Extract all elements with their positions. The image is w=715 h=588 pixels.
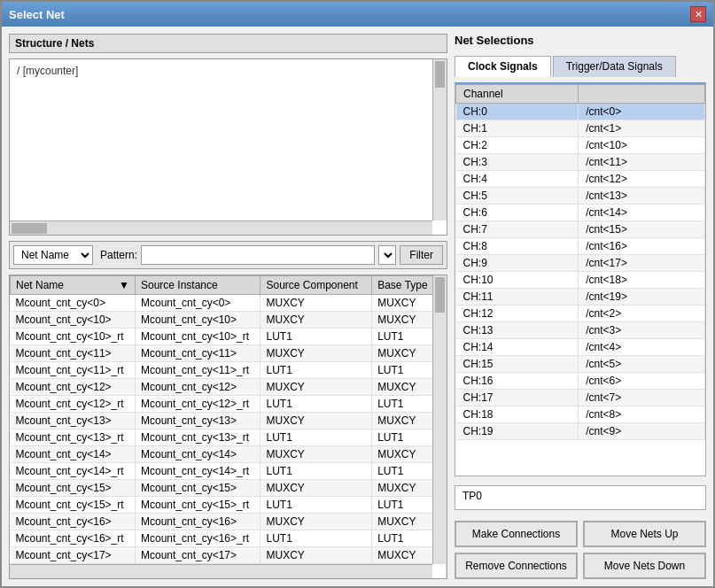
tree-item-mycounter[interactable]: / [mycounter] bbox=[13, 63, 443, 79]
table-row[interactable]: Mcount_cnt_cy<17>Mcount_cnt_cy<17>MUXCYM… bbox=[11, 547, 447, 564]
table-cell: LUT1 bbox=[260, 530, 372, 547]
channel-id: CH:18 bbox=[456, 406, 579, 423]
channel-row[interactable]: CH:15/cnt<5> bbox=[456, 356, 705, 373]
channel-row[interactable]: CH:16/cnt<6> bbox=[456, 373, 705, 390]
channel-id: CH:6 bbox=[456, 205, 579, 221]
table-cell: MUXCY bbox=[260, 480, 372, 497]
table-row[interactable]: Mcount_cnt_cy<12>_rtMcount_cnt_cy<12>_rt… bbox=[11, 396, 447, 413]
channel-row[interactable]: CH:6/cnt<14> bbox=[456, 205, 705, 221]
tp-label: TP0 bbox=[462, 490, 482, 502]
make-connections-button[interactable]: Make Connections bbox=[455, 521, 578, 547]
table-row[interactable]: Mcount_cnt_cy<15>Mcount_cnt_cy<15>MUXCYM… bbox=[11, 480, 447, 497]
table-cell: Mcount_cnt_cy<11>_rt bbox=[11, 362, 136, 379]
scroll-thumb[interactable] bbox=[435, 61, 445, 88]
table-cell: LUT1 bbox=[260, 362, 372, 379]
table-cell: Mcount_cnt_cy<14>_rt bbox=[11, 463, 136, 480]
vertical-scrollbar[interactable] bbox=[432, 59, 447, 220]
pattern-type-dropdown[interactable] bbox=[378, 245, 396, 265]
channel-row[interactable]: CH:19/cnt<9> bbox=[456, 423, 705, 440]
table-row[interactable]: Mcount_cnt_cy<10>_rtMcount_cnt_cy<10>_rt… bbox=[11, 329, 447, 345]
channel-signal: /cnt<17> bbox=[579, 255, 705, 272]
channel-id: CH:11 bbox=[456, 289, 579, 306]
table-cell: LUT1 bbox=[260, 396, 372, 413]
table-row[interactable]: Mcount_cnt_cy<14>Mcount_cnt_cy<14>MUXCYM… bbox=[11, 446, 447, 463]
table-cell: Mcount_cnt_cy<16> bbox=[135, 514, 260, 530]
channel-id: CH:16 bbox=[456, 373, 579, 390]
table-cell: Mcount_cnt_cy<16>_rt bbox=[135, 530, 260, 547]
col-header-source-component: Source Component bbox=[260, 276, 372, 295]
channel-row[interactable]: CH:5/cnt<13> bbox=[456, 188, 705, 205]
close-button[interactable]: ✕ bbox=[690, 6, 706, 22]
tab-clock-signals[interactable]: Clock Signals bbox=[455, 56, 551, 77]
channel-row[interactable]: CH:11/cnt<19> bbox=[456, 289, 705, 306]
table-cell: Mcount_cnt_cy<0> bbox=[135, 295, 260, 312]
filter-row: Net Name Pattern: Filter bbox=[9, 241, 447, 269]
channel-row[interactable]: CH:13/cnt<3> bbox=[456, 322, 705, 339]
col-header-net-name: Net Name ▼ bbox=[11, 276, 136, 295]
move-nets-down-button[interactable]: Move Nets Down bbox=[583, 553, 706, 579]
channel-row[interactable]: CH:10/cnt<18> bbox=[456, 272, 705, 289]
channel-table-wrap[interactable]: Channel CH:0/cnt<0>CH:1/cnt<1>CH:2/cnt<1… bbox=[455, 82, 706, 476]
channel-signal: /cnt<0> bbox=[579, 104, 705, 120]
table-cell: MUXCY bbox=[260, 547, 372, 564]
table-row[interactable]: Mcount_cnt_cy<13>_rtMcount_cnt_cy<13>_rt… bbox=[11, 429, 447, 446]
table-row[interactable]: Mcount_cnt_cy<11>_rtMcount_cnt_cy<11>_rt… bbox=[11, 362, 447, 379]
table-cell: Mcount_cnt_cy<11>_rt bbox=[135, 362, 260, 379]
channel-id: CH:15 bbox=[456, 356, 579, 373]
channel-row[interactable]: CH:18/cnt<8> bbox=[456, 406, 705, 423]
filter-button[interactable]: Filter bbox=[400, 245, 443, 265]
table-cell: Mcount_cnt_cy<14> bbox=[135, 446, 260, 463]
channel-signal: /cnt<8> bbox=[579, 406, 705, 423]
table-cell: Mcount_cnt_cy<10>_rt bbox=[11, 329, 136, 345]
table-cell: Mcount_cnt_cy<15> bbox=[11, 480, 136, 497]
channel-row[interactable]: CH:17/cnt<7> bbox=[456, 390, 705, 406]
h-scroll-thumb[interactable] bbox=[12, 223, 47, 234]
channel-row[interactable]: CH:1/cnt<1> bbox=[456, 120, 705, 137]
channel-id: CH:17 bbox=[456, 390, 579, 406]
table-row[interactable]: Mcount_cnt_cy<14>_rtMcount_cnt_cy<14>_rt… bbox=[11, 463, 447, 480]
table-cell: Mcount_cnt_cy<13> bbox=[135, 413, 260, 429]
pattern-input[interactable] bbox=[141, 245, 375, 265]
table-cell: Mcount_cnt_cy<13> bbox=[11, 413, 136, 429]
channel-row[interactable]: CH:7/cnt<15> bbox=[456, 221, 705, 238]
table-row[interactable]: Mcount_cnt_cy<0>Mcount_cnt_cy<0>MUXCYMUX… bbox=[11, 295, 447, 312]
structure-tree[interactable]: / [mycounter] bbox=[9, 58, 447, 236]
signal-tabs: Clock Signals Trigger/Data Signals bbox=[455, 56, 706, 77]
net-table[interactable]: Net Name ▼ Source Instance Source Compon… bbox=[9, 275, 447, 579]
channel-signal: /cnt<2> bbox=[579, 306, 705, 322]
table-scroll-thumb[interactable] bbox=[435, 277, 445, 313]
table-row[interactable]: Mcount_cnt_cy<11>Mcount_cnt_cy<11>MUXCYM… bbox=[11, 345, 447, 362]
remove-connections-button[interactable]: Remove Connections bbox=[455, 553, 578, 579]
channel-row[interactable]: CH:8/cnt<16> bbox=[456, 238, 705, 255]
horizontal-scrollbar[interactable] bbox=[10, 220, 432, 235]
table-cell: Mcount_cnt_cy<13>_rt bbox=[135, 429, 260, 446]
channel-row[interactable]: CH:14/cnt<4> bbox=[456, 339, 705, 356]
channel-row[interactable]: CH:0/cnt<0> bbox=[456, 104, 705, 120]
table-row[interactable]: Mcount_cnt_cy<12>Mcount_cnt_cy<12>MUXCYM… bbox=[11, 379, 447, 396]
channel-row[interactable]: CH:9/cnt<17> bbox=[456, 255, 705, 272]
channel-row[interactable]: CH:12/cnt<2> bbox=[456, 306, 705, 322]
col-header-source-instance: Source Instance bbox=[135, 276, 260, 295]
table-cell: LUT1 bbox=[260, 497, 372, 514]
table-cell: Mcount_cnt_cy<17> bbox=[135, 547, 260, 564]
net-name-dropdown[interactable]: Net Name bbox=[13, 245, 93, 265]
table-row[interactable]: Mcount_cnt_cy<16>Mcount_cnt_cy<16>MUXCYM… bbox=[11, 514, 447, 530]
channel-row[interactable]: CH:2/cnt<10> bbox=[456, 137, 705, 154]
tab-trigger-data-signals[interactable]: Trigger/Data Signals bbox=[553, 56, 676, 77]
table-vscrollbar[interactable] bbox=[432, 275, 447, 564]
channel-row[interactable]: CH:3/cnt<11> bbox=[456, 154, 705, 171]
table-hscrollbar[interactable] bbox=[10, 564, 432, 578]
move-nets-up-button[interactable]: Move Nets Up bbox=[583, 521, 706, 547]
channel-id: CH:3 bbox=[456, 154, 579, 171]
channel-signal: /cnt<1> bbox=[579, 120, 705, 137]
table-cell: Mcount_cnt_cy<10> bbox=[11, 312, 136, 329]
table-row[interactable]: Mcount_cnt_cy<15>_rtMcount_cnt_cy<15>_rt… bbox=[11, 497, 447, 514]
table-cell: LUT1 bbox=[260, 463, 372, 480]
channel-row[interactable]: CH:4/cnt<12> bbox=[456, 171, 705, 188]
table-cell: Mcount_cnt_cy<13>_rt bbox=[11, 429, 136, 446]
table-cell: Mcount_cnt_cy<10>_rt bbox=[135, 329, 260, 345]
tp-area: TP0 bbox=[455, 485, 706, 510]
table-row[interactable]: Mcount_cnt_cy<13>Mcount_cnt_cy<13>MUXCYM… bbox=[11, 413, 447, 429]
table-row[interactable]: Mcount_cnt_cy<16>_rtMcount_cnt_cy<16>_rt… bbox=[11, 530, 447, 547]
table-row[interactable]: Mcount_cnt_cy<10>Mcount_cnt_cy<10>MUXCYM… bbox=[11, 312, 447, 329]
